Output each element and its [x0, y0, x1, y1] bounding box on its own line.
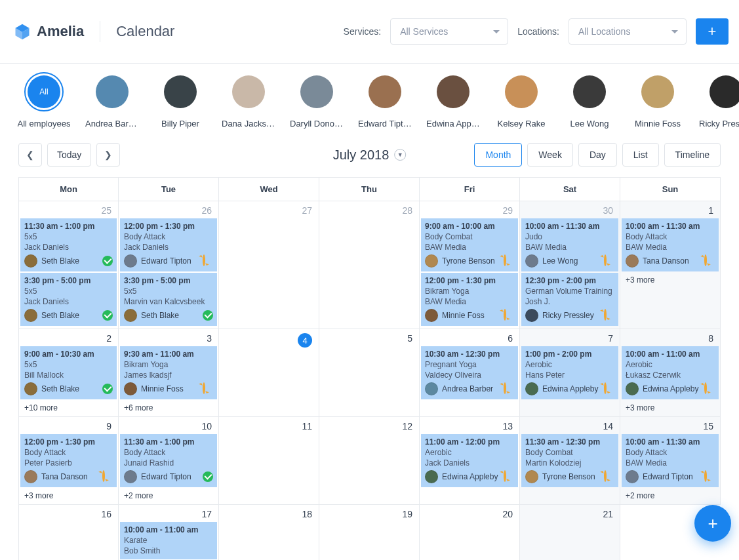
day-number: 2 [19, 329, 118, 346]
calendar-event[interactable]: 10:00 am - 11:00 amKarateBob Smith [120, 522, 217, 559]
view-list-button[interactable]: List [622, 143, 659, 167]
day-number: 19 [319, 505, 419, 522]
add-button[interactable]: + [696, 18, 729, 45]
calendar-event[interactable]: 11:30 am - 12:30 pmBody CombatMartin Kol… [521, 434, 618, 487]
event-customer: BAW Media [525, 243, 614, 252]
employee-filter[interactable]: Kelsey Rake [496, 75, 547, 129]
period-dropdown-icon[interactable]: ▼ [394, 149, 406, 161]
calendar-day-cell[interactable]: 1311:00 am - 12:00 pmAerobicJack Daniels… [420, 417, 520, 505]
more-events-link[interactable]: +2 more [119, 489, 218, 503]
calendar-day-cell[interactable]: 810:00 am - 11:00 amAerobicŁukasz Czerwi… [620, 329, 721, 417]
today-button[interactable]: Today [47, 143, 91, 167]
plus-icon: + [708, 23, 717, 40]
event-customer: BAW Media [425, 243, 514, 252]
employee-filter[interactable]: Andrea Barber [87, 75, 138, 129]
calendar-day-cell[interactable]: 4 [219, 329, 319, 417]
calendar-event[interactable]: 10:00 am - 11:00 amAerobicŁukasz Czerwik… [622, 346, 719, 399]
calendar-day-cell[interactable]: 5 [319, 329, 420, 417]
calendar-day-cell[interactable]: 1710:00 am - 11:00 amKarateBob Smith [119, 505, 219, 560]
staff-avatar [525, 309, 538, 322]
event-footer: Minnie Foss [124, 381, 213, 395]
calendar-day-cell[interactable]: 11 [219, 417, 319, 505]
calendar-day-cell[interactable]: 2511:30 am - 1:00 pm5x5Jack DanielsSeth … [18, 201, 119, 329]
prev-button[interactable]: ❮ [18, 143, 42, 167]
more-events-link[interactable]: +10 more [19, 401, 118, 415]
calendar-day-cell[interactable]: 299:00 am - 10:00 amBody CombatBAW Media… [420, 201, 520, 329]
services-select[interactable]: All Services [390, 18, 508, 45]
calendar-header: MonTueWedThuFriSatSun [18, 178, 721, 201]
calendar-day-cell[interactable]: 2612:00 pm - 1:30 pmBody AttackJack Dani… [119, 201, 219, 329]
calendar-day-cell[interactable]: 16 [18, 505, 119, 560]
view-day-button[interactable]: Day [578, 143, 617, 167]
more-events-link[interactable]: +6 more [119, 401, 218, 415]
calendar-event[interactable]: 10:00 am - 11:30 amBody AttackBAW MediaE… [622, 434, 719, 487]
calendar-event[interactable]: 12:00 pm - 1:30 pmBody AttackPeter Pasie… [20, 434, 117, 487]
more-events-link[interactable]: +3 more [620, 273, 720, 287]
weekday-header: Thu [319, 178, 420, 201]
calendar-day-cell[interactable]: 28 [319, 201, 420, 329]
employee-filter[interactable]: Ricky Pressley [700, 75, 739, 129]
calendar-event[interactable]: 11:00 am - 12:00 pmAerobicJack DanielsEd… [421, 434, 518, 487]
employee-filter[interactable]: Edward Tipton [359, 75, 410, 129]
day-number: 10 [119, 417, 218, 434]
calendar-event[interactable]: 10:00 am - 11:30 amBody AttackBAW MediaT… [622, 218, 719, 271]
calendar-event[interactable]: 1:00 pm - 2:00 pmAerobicHans PeterEdwina… [521, 346, 618, 399]
employee-filter[interactable]: Edwina Appl… [428, 75, 479, 129]
view-week-button[interactable]: Week [527, 143, 573, 167]
calendar-event[interactable]: 11:30 am - 1:00 pm5x5Jack DanielsSeth Bl… [20, 218, 117, 271]
calendar-day-cell[interactable]: 3010:00 am - 11:30 amJudoBAW MediaLee Wo… [520, 201, 620, 329]
calendar-day-cell[interactable]: 29:00 am - 10:30 am5x5Bill MallockSeth B… [18, 329, 119, 417]
calendar-day-cell[interactable]: 110:00 am - 11:30 amBody AttackBAW Media… [620, 201, 721, 329]
calendar-day-cell[interactable]: 912:00 pm - 1:30 pmBody AttackPeter Pasi… [18, 417, 119, 505]
calendar-day-cell[interactable]: 12 [319, 417, 420, 505]
calendar-event[interactable]: 12:00 pm - 1:30 pmBody AttackJack Daniel… [120, 218, 217, 271]
calendar-event[interactable]: 9:00 am - 10:00 amBody CombatBAW MediaTy… [421, 218, 518, 271]
staff-avatar [425, 470, 438, 483]
status-pending-icon [102, 471, 113, 482]
calendar-event[interactable]: 3:30 pm - 5:00 pm5x5Jack DanielsSeth Bla… [20, 273, 117, 326]
locations-select[interactable]: All Locations [569, 18, 687, 45]
employee-filter-all[interactable]: AllAll employees [18, 75, 70, 129]
calendar-day-cell[interactable]: 39:30 am - 11:00 amBikram YogaJames lkad… [119, 329, 219, 417]
calendar-event[interactable]: 10:30 am - 12:30 pmPregnant YogaValdecy … [421, 346, 518, 399]
event-customer: BAW Media [626, 458, 715, 468]
avatar [232, 75, 265, 108]
employee-filter[interactable]: Billy Piper [155, 75, 206, 129]
employee-filter[interactable]: Lee Wong [564, 75, 615, 129]
calendar-day-cell[interactable]: 21 [520, 505, 620, 560]
calendar-day-cell[interactable]: 1411:30 am - 12:30 pmBody CombatMartin K… [520, 417, 620, 505]
more-events-link[interactable]: +2 more [620, 489, 720, 503]
staff-avatar [525, 470, 538, 483]
calendar-day-cell[interactable]: 18 [219, 505, 319, 560]
view-timeline-button[interactable]: Timeline [664, 143, 721, 167]
event-time: 11:30 am - 1:00 pm [24, 222, 113, 231]
calendar-day-cell[interactable]: 20 [420, 505, 520, 560]
next-button[interactable]: ❯ [96, 143, 120, 167]
event-service: Bikram Yoga [124, 360, 213, 369]
all-badge: All [28, 75, 60, 108]
calendar-event[interactable]: 3:30 pm - 5:00 pm5x5Marvin van Kalcvsbee… [120, 273, 217, 326]
calendar-event[interactable]: 10:00 am - 11:30 amJudoBAW MediaLee Wong [521, 218, 618, 271]
calendar-day-cell[interactable]: 1011:30 am - 1:00 pmBody AttackJunaid Ra… [119, 417, 219, 505]
calendar-day-cell[interactable]: 27 [219, 201, 319, 329]
employee-filter[interactable]: Minnie Foss [632, 75, 683, 129]
calendar-event[interactable]: 12:30 pm - 2:00 pmGerman Volume Training… [521, 273, 618, 326]
calendar-day-cell[interactable]: 1510:00 am - 11:30 amBody AttackBAW Medi… [620, 417, 721, 505]
event-footer: Edwina Appleby [525, 381, 614, 395]
calendar-event[interactable]: 12:00 pm - 1:30 pmBikram YogaBAW MediaMi… [421, 273, 518, 326]
calendar-day-cell[interactable]: 71:00 pm - 2:00 pmAerobicHans PeterEdwin… [520, 329, 620, 417]
calendar-day-cell[interactable]: 610:30 am - 12:30 pmPregnant YogaValdecy… [420, 329, 520, 417]
calendar-event[interactable]: 9:30 am - 11:00 amBikram YogaJames lkads… [120, 346, 217, 399]
day-number: 15 [620, 417, 720, 434]
fab-add-button[interactable]: + [694, 505, 731, 542]
employee-filter[interactable]: Dana Jackson [223, 75, 274, 129]
logo-icon [13, 22, 31, 41]
more-events-link[interactable]: +3 more [620, 401, 720, 415]
calendar-event[interactable]: 9:00 am - 10:30 am5x5Bill MallockSeth Bl… [20, 346, 117, 399]
calendar-day-cell[interactable]: 19 [319, 505, 420, 560]
more-events-link[interactable]: +3 more [19, 489, 118, 503]
calendar-event[interactable]: 11:30 am - 1:00 pmBody AttackJunaid Rash… [120, 434, 217, 487]
employee-filter[interactable]: Daryll Donov… [291, 75, 342, 129]
day-number: 9 [19, 417, 118, 434]
view-month-button[interactable]: Month [474, 143, 522, 167]
